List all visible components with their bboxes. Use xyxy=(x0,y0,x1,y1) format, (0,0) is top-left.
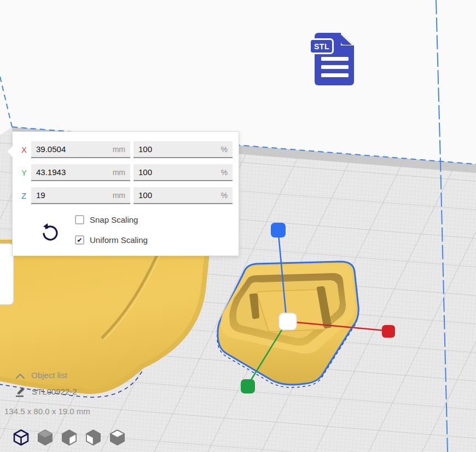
view-3d-button[interactable] xyxy=(12,428,30,447)
axis-y-label: Y xyxy=(21,168,31,177)
y-size-field[interactable]: mm xyxy=(31,164,130,181)
z-size-input[interactable] xyxy=(36,190,113,200)
reset-scale-button[interactable] xyxy=(38,220,59,242)
camera-view-toolbar xyxy=(12,428,126,447)
z-percent-field[interactable]: % xyxy=(133,187,233,204)
object-list-collapse-button[interactable] xyxy=(14,372,26,381)
axis-z-label: Z xyxy=(21,191,31,200)
scale-handle-center[interactable] xyxy=(279,313,297,330)
chevron-up-icon xyxy=(15,373,25,379)
x-size-field[interactable]: mm xyxy=(31,141,130,158)
scale-tool-panel: X mm % Y mm % Z mm % xyxy=(12,131,239,256)
scale-handle-y[interactable] xyxy=(241,379,255,393)
object-name[interactable]: STL00922-2 xyxy=(32,387,77,396)
cube-solid-icon xyxy=(36,428,54,447)
snap-scaling-checkbox[interactable] xyxy=(75,215,84,224)
stl-file-icon: STL xyxy=(309,30,361,88)
z-percent-input[interactable] xyxy=(138,190,221,200)
stl-badge-label: STL xyxy=(314,42,329,51)
z-percent-unit: % xyxy=(221,191,228,200)
uniform-scaling-label: Uniform Scaling xyxy=(90,235,148,245)
x-percent-field[interactable]: % xyxy=(133,141,233,158)
x-percent-unit: % xyxy=(221,145,228,154)
view-top-button[interactable] xyxy=(60,428,78,447)
y-size-unit: mm xyxy=(113,168,125,177)
scale-handle-z[interactable] xyxy=(271,223,286,237)
uniform-scaling-checkbox[interactable]: ✔ xyxy=(75,235,84,245)
rename-pencil-icon[interactable] xyxy=(15,386,27,400)
snap-scaling-row: Snap Scaling xyxy=(75,215,138,224)
z-size-field[interactable]: mm xyxy=(31,187,130,204)
cube-left-face-icon xyxy=(84,428,102,447)
uniform-check-mark: ✔ xyxy=(77,237,82,244)
cube-front-face-icon xyxy=(60,428,78,447)
y-size-input[interactable] xyxy=(36,167,113,177)
z-size-unit: mm xyxy=(113,191,125,200)
snap-scaling-label: Snap Scaling xyxy=(90,215,138,224)
y-percent-input[interactable] xyxy=(138,167,221,177)
x-percent-input[interactable] xyxy=(138,144,221,154)
object-dimensions: 134.5 x 80.0 x 19.0 mm xyxy=(4,407,90,416)
axis-x-label: X xyxy=(21,145,31,154)
view-right-button[interactable] xyxy=(108,428,126,447)
cube-wireframe-icon xyxy=(12,428,30,447)
view-front-button[interactable] xyxy=(36,428,54,447)
uniform-scaling-row: ✔ Uniform Scaling xyxy=(75,235,148,245)
view-left-button[interactable] xyxy=(84,428,102,447)
x-size-unit: mm xyxy=(113,145,125,154)
y-percent-field[interactable]: % xyxy=(133,164,233,181)
scale-handle-x[interactable] xyxy=(382,325,395,338)
object-list-header[interactable]: Object list xyxy=(31,370,67,380)
cura-viewport: X mm % Y mm % Z mm % xyxy=(0,0,476,452)
cube-top-face-icon xyxy=(108,428,126,447)
x-size-input[interactable] xyxy=(36,144,113,154)
y-percent-unit: % xyxy=(221,168,228,177)
reset-icon xyxy=(38,220,59,242)
